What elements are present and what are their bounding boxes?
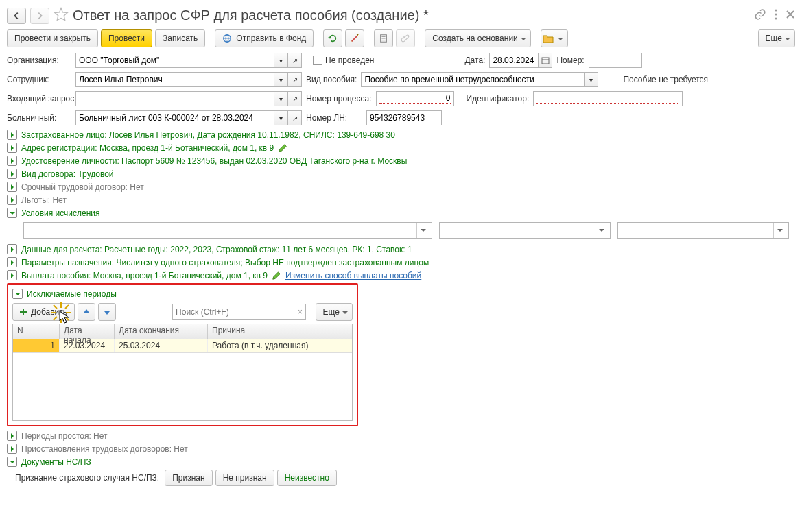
post-and-close-button[interactable]: Провести и закрыть bbox=[7, 29, 98, 47]
benefit-type-dropdown-icon[interactable]: ▾ bbox=[585, 72, 598, 87]
sickleave-input[interactable] bbox=[75, 110, 274, 125]
section-toggle-payout[interactable] bbox=[7, 270, 17, 280]
folder-dropdown-button[interactable] bbox=[541, 29, 568, 47]
attach-button[interactable] bbox=[396, 29, 415, 47]
section-insured[interactable]: Застрахованное лицо: Лосев Илья Петрович… bbox=[21, 130, 395, 140]
section-toggle-benefits[interactable] bbox=[7, 195, 17, 205]
print-button[interactable] bbox=[374, 29, 393, 47]
cell-end: 25.03.2024 bbox=[115, 339, 208, 352]
calc-dropdown-1[interactable] bbox=[23, 222, 432, 239]
close-icon[interactable] bbox=[786, 10, 795, 21]
post-button[interactable]: Провести bbox=[101, 29, 152, 47]
benefit-not-required-checkbox[interactable] bbox=[611, 75, 620, 84]
section-toggle-insured[interactable] bbox=[7, 130, 17, 140]
incoming-request-dropdown-icon[interactable]: ▾ bbox=[274, 91, 288, 106]
date-input[interactable] bbox=[489, 53, 539, 68]
refresh-icon bbox=[328, 34, 338, 43]
clear-search-icon[interactable]: × bbox=[298, 307, 303, 317]
sickleave-open-icon[interactable]: ↗ bbox=[288, 110, 302, 125]
move-down-button[interactable] bbox=[98, 303, 116, 321]
section-toggle-contract[interactable] bbox=[7, 169, 17, 179]
org-open-icon[interactable]: ↗ bbox=[288, 53, 302, 68]
section-contract[interactable]: Вид договора: Трудовой bbox=[21, 169, 114, 179]
kebab-menu-icon[interactable] bbox=[775, 9, 777, 22]
section-toggle-address[interactable] bbox=[7, 143, 17, 153]
refresh-button[interactable] bbox=[323, 29, 342, 47]
create-based-on-button[interactable]: Создать на основании bbox=[425, 29, 531, 47]
pencil-icon[interactable] bbox=[278, 143, 287, 153]
favorite-star-icon[interactable] bbox=[54, 7, 69, 24]
incoming-request-open-icon[interactable]: ↗ bbox=[288, 91, 302, 106]
folder-icon bbox=[543, 34, 554, 43]
sickleave-label: Больничный: bbox=[7, 113, 71, 123]
section-toggle-assignment[interactable] bbox=[7, 257, 17, 267]
svg-point-0 bbox=[775, 10, 777, 12]
section-toggle-idle[interactable] bbox=[7, 431, 17, 441]
employee-dropdown-icon[interactable]: ▾ bbox=[274, 72, 288, 87]
calc-dropdown-3[interactable] bbox=[617, 222, 789, 239]
section-toggle-nspz[interactable] bbox=[7, 457, 17, 467]
section-toggle-fixedterm[interactable] bbox=[7, 182, 17, 192]
chevron-down-icon bbox=[773, 223, 786, 238]
wand-button[interactable] bbox=[345, 29, 364, 47]
not-posted-label: Не проведен bbox=[325, 56, 374, 65]
section-payout[interactable]: Выплата пособия: Москва, проезд 1-й Бота… bbox=[21, 271, 268, 280]
process-no-label: Номер процесса: bbox=[306, 94, 372, 104]
section-toggle-suspensions[interactable] bbox=[7, 444, 17, 454]
not-recognized-button[interactable]: Не признан bbox=[215, 470, 274, 486]
not-posted-checkbox[interactable] bbox=[313, 56, 322, 65]
number-input[interactable] bbox=[589, 53, 642, 68]
write-button[interactable]: Записать bbox=[155, 29, 205, 47]
employee-open-icon[interactable]: ↗ bbox=[288, 72, 302, 87]
more-button[interactable]: Еще bbox=[758, 29, 795, 47]
section-assignment[interactable]: Параметры назначения: Числится у одного … bbox=[21, 258, 429, 267]
periods-search-input[interactable]: × bbox=[172, 304, 306, 320]
send-to-fund-button[interactable]: Отправить в Фонд bbox=[215, 29, 314, 47]
section-toggle-excluded[interactable] bbox=[12, 289, 23, 299]
link-icon[interactable] bbox=[754, 8, 766, 23]
col-start[interactable]: Дата начала bbox=[60, 324, 115, 339]
employee-input[interactable] bbox=[75, 72, 274, 87]
section-suspensions[interactable]: Приостановления трудовых договоров: Нет bbox=[21, 444, 188, 454]
org-dropdown-icon[interactable]: ▾ bbox=[274, 53, 288, 68]
cell-reason: Работа (в т.ч. удаленная) bbox=[208, 339, 352, 352]
section-idle[interactable]: Периоды простоя: Нет bbox=[21, 431, 108, 441]
section-toggle-calcdata[interactable] bbox=[7, 244, 17, 254]
section-toggle-calc-conditions[interactable] bbox=[7, 208, 17, 218]
org-input[interactable] bbox=[75, 53, 274, 68]
section-fixedterm[interactable]: Срочный трудовой договор: Нет bbox=[21, 182, 144, 192]
section-address[interactable]: Адрес регистрации: Москва, проезд 1-й Бо… bbox=[21, 143, 274, 153]
globe-icon bbox=[222, 34, 232, 43]
unknown-button[interactable]: Неизвестно bbox=[277, 470, 337, 486]
add-period-button[interactable]: Добавить bbox=[12, 303, 75, 321]
nav-back-button[interactable] bbox=[7, 8, 26, 24]
section-nspz[interactable]: Документы НС/ПЗ bbox=[21, 457, 91, 467]
ln-no-input[interactable] bbox=[366, 110, 442, 125]
section-toggle-iddoc[interactable] bbox=[7, 156, 17, 166]
benefit-type-input[interactable] bbox=[361, 72, 585, 87]
identifier-input[interactable] bbox=[533, 91, 683, 106]
periods-more-button[interactable]: Еще bbox=[316, 303, 353, 321]
excluded-periods-panel: Исключаемые периоды Добавить × Еще N Дат… bbox=[7, 283, 358, 426]
plus-icon bbox=[20, 309, 27, 315]
move-up-button[interactable] bbox=[78, 303, 95, 321]
recognized-button[interactable]: Признан bbox=[165, 470, 212, 486]
incoming-request-input[interactable] bbox=[75, 91, 274, 106]
pencil-icon[interactable] bbox=[272, 271, 281, 280]
section-calcdata[interactable]: Данные для расчета: Расчетные годы: 2022… bbox=[21, 245, 412, 254]
section-benefits[interactable]: Льготы: Нет bbox=[21, 195, 67, 205]
benefit-not-required-label: Пособие не требуется bbox=[623, 75, 708, 84]
section-calc-conditions[interactable]: Условия исчисления bbox=[21, 208, 100, 218]
change-payout-link[interactable]: Изменить способ выплаты пособий bbox=[285, 271, 421, 280]
nav-forward-button[interactable] bbox=[30, 8, 49, 24]
col-n[interactable]: N bbox=[13, 324, 60, 339]
table-row[interactable]: 1 22.03.2024 25.03.2024 Работа (в т.ч. у… bbox=[13, 339, 352, 353]
calc-dropdown-2[interactable] bbox=[439, 222, 611, 239]
section-iddoc[interactable]: Удостоверение личности: Паспорт 5609 № 1… bbox=[21, 156, 407, 166]
sickleave-dropdown-icon[interactable]: ▾ bbox=[274, 110, 288, 125]
process-no-input[interactable] bbox=[376, 91, 454, 106]
col-reason[interactable]: Причина bbox=[208, 324, 352, 339]
arrow-up-icon bbox=[82, 308, 91, 316]
date-calendar-icon[interactable] bbox=[539, 53, 552, 68]
col-end[interactable]: Дата окончания bbox=[115, 324, 208, 339]
